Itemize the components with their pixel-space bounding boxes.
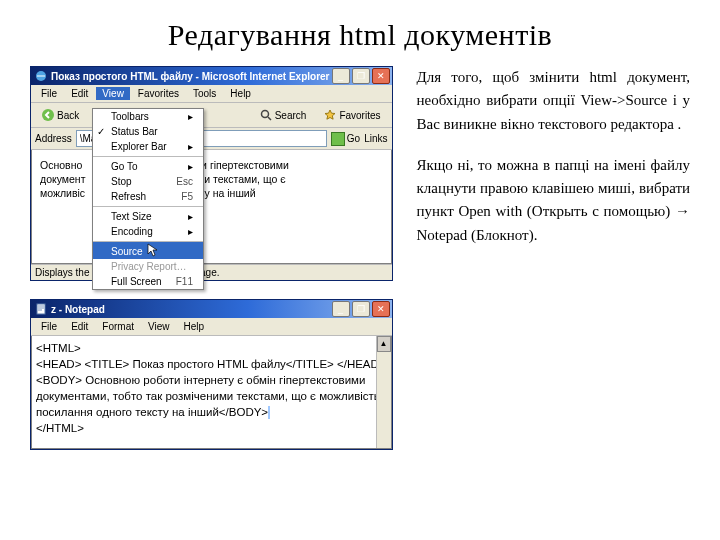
ie-menubar[interactable]: FileEditViewFavoritesToolsHelp xyxy=(31,85,392,103)
minimize-button[interactable]: _ xyxy=(332,301,350,317)
favorites-label: Favorites xyxy=(339,110,380,121)
minimize-button[interactable]: _ xyxy=(332,68,350,84)
close-button[interactable]: ✕ xyxy=(372,68,390,84)
code-line: посилання одного тексту на інший</BODY> xyxy=(36,404,387,420)
menu-favorites[interactable]: Favorites xyxy=(132,87,185,100)
ie-toolbar: Back Search xyxy=(31,103,392,128)
back-label: Back xyxy=(57,110,79,121)
maximize-button[interactable]: ❐ xyxy=(352,301,370,317)
search-icon xyxy=(260,109,272,121)
menu-help[interactable]: Help xyxy=(178,320,211,333)
menu-help[interactable]: Help xyxy=(224,87,257,100)
menu-item-full-screen[interactable]: Full ScreenF11 xyxy=(93,274,203,289)
menu-item-refresh[interactable]: RefreshF5 xyxy=(93,189,203,204)
notepad-window: z - Notepad _ ❐ ✕ FileEditFormatViewHelp… xyxy=(30,299,393,450)
view-menu-dropdown[interactable]: Toolbars▸✓Status BarExplorer Bar▸Go To▸S… xyxy=(92,108,204,290)
menu-item-source[interactable]: Source xyxy=(93,241,203,259)
ie-viewport: Основнообми гіпертекстовими документеним… xyxy=(31,150,392,264)
menu-file[interactable]: File xyxy=(35,87,63,100)
back-icon xyxy=(42,109,54,121)
star-icon xyxy=(324,109,336,121)
menu-edit[interactable]: Edit xyxy=(65,320,94,333)
menu-item-stop[interactable]: StopEsc xyxy=(93,174,203,189)
code-line: </HTML> xyxy=(36,420,387,436)
menu-item-go-to[interactable]: Go To▸ xyxy=(93,156,203,174)
menu-item-status-bar[interactable]: ✓Status Bar xyxy=(93,124,203,139)
ie-titlebar: Показ простого HTML файлу - Microsoft In… xyxy=(31,67,392,85)
code-line: <BODY> Основною роботи інтернету є обмін… xyxy=(36,372,387,388)
menu-tools[interactable]: Tools xyxy=(187,87,222,100)
np-titlebar: z - Notepad _ ❐ ✕ xyxy=(31,300,392,318)
address-bar: Address Go Links xyxy=(31,128,392,150)
page-title: Редагування html документів xyxy=(30,18,690,52)
ie-icon xyxy=(35,70,47,82)
paragraph: Якщо ні, то можна в папці на імені файлу… xyxy=(417,154,690,247)
notepad-icon xyxy=(35,303,47,315)
back-button[interactable]: Back xyxy=(35,106,86,124)
ie-window: Показ простого HTML файлу - Microsoft In… xyxy=(30,66,393,281)
code-line: <HEAD> <TITLE> Показ простого HTML файлу… xyxy=(36,356,387,372)
menu-item-explorer-bar[interactable]: Explorer Bar▸ xyxy=(93,139,203,154)
maximize-button[interactable]: ❐ xyxy=(352,68,370,84)
ie-title: Показ простого HTML файлу - Microsoft In… xyxy=(51,71,330,82)
menu-item-toolbars[interactable]: Toolbars▸ xyxy=(93,109,203,124)
search-button[interactable]: Search xyxy=(253,106,314,124)
scrollbar[interactable]: ▲ xyxy=(376,336,391,448)
menu-format[interactable]: Format xyxy=(96,320,140,333)
address-label: Address xyxy=(35,133,72,144)
np-title: z - Notepad xyxy=(51,304,330,315)
svg-point-1 xyxy=(42,109,54,121)
menu-view[interactable]: View xyxy=(96,87,130,100)
np-menubar[interactable]: FileEditFormatViewHelp xyxy=(31,318,392,336)
code-line: <HTML> xyxy=(36,340,387,356)
code-line: документами, тобто так розміченими текст… xyxy=(36,388,387,404)
menu-item-text-size[interactable]: Text Size▸ xyxy=(93,206,203,224)
svg-point-4 xyxy=(261,111,268,118)
close-button[interactable]: ✕ xyxy=(372,301,390,317)
article-text: Для того, щоб змінити html документ, нео… xyxy=(417,66,690,450)
scroll-up-icon[interactable]: ▲ xyxy=(377,336,391,352)
menu-file[interactable]: File xyxy=(35,320,63,333)
paragraph: Для того, щоб змінити html документ, нео… xyxy=(417,66,690,136)
go-button[interactable]: Go xyxy=(331,132,360,146)
search-label: Search xyxy=(275,110,307,121)
notepad-textarea[interactable]: <HTML><HEAD> <TITLE> Показ простого HTML… xyxy=(31,336,392,449)
ie-status-bar: Displays the source (HTML) for this page… xyxy=(31,264,392,280)
links-label: Links xyxy=(364,133,387,144)
favorites-button[interactable]: Favorites xyxy=(317,106,387,124)
svg-rect-5 xyxy=(37,304,45,314)
go-label: Go xyxy=(347,133,360,144)
menu-item-encoding[interactable]: Encoding▸ xyxy=(93,224,203,239)
menu-item-privacy-report-: Privacy Report… xyxy=(93,259,203,274)
go-icon xyxy=(331,132,345,146)
menu-view[interactable]: View xyxy=(142,320,176,333)
menu-edit[interactable]: Edit xyxy=(65,87,94,100)
